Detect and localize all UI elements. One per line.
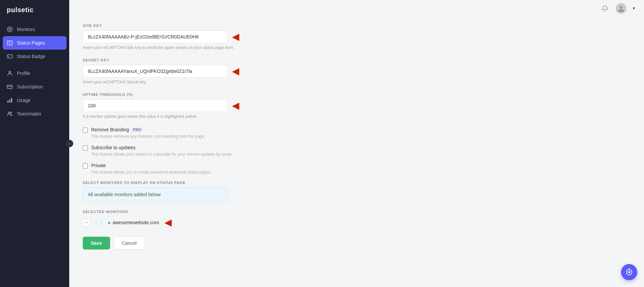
monitors-label: Monitors (17, 27, 35, 32)
svg-rect-2 (7, 41, 12, 45)
svg-rect-5 (7, 55, 12, 58)
uptime-hint: If a monitor uptime goes below this valu… (83, 114, 360, 119)
select-monitors-group: SELECT MONITORS TO DISPLAY ON STATUS PAG… (83, 181, 360, 202)
sidebar-item-usage[interactable]: Usage (0, 94, 69, 107)
remove-branding-label: Remove Branding PRO (91, 127, 143, 132)
svg-point-0 (7, 27, 12, 32)
sidebar-item-monitors[interactable]: Monitors (0, 23, 69, 36)
svg-rect-8 (7, 85, 12, 88)
private-label: Private (91, 163, 106, 168)
svg-point-6 (8, 56, 9, 57)
fab-button[interactable] (621, 264, 637, 280)
secret-key-input[interactable] (83, 65, 228, 78)
private-row: Private (83, 163, 360, 168)
select-monitors-label: SELECT MONITORS TO DISPLAY ON STATUS PAG… (83, 181, 360, 185)
teammates-icon (7, 111, 13, 117)
monitor-remove-button[interactable]: − (83, 219, 90, 226)
uptime-arrow: ◀ (232, 101, 239, 110)
sidebar-item-teammates[interactable]: Teammates (0, 107, 69, 121)
user-menu-chevron[interactable]: ▼ (632, 6, 636, 11)
svg-rect-10 (7, 101, 8, 103)
notifications-button[interactable] (599, 3, 610, 14)
site-key-arrow: ◀ (232, 32, 239, 42)
private-desc: This feature allows you to create passwo… (91, 170, 360, 175)
sidebar-collapse-button[interactable]: ‹ (66, 140, 73, 147)
main-content: ▼ SITE KEY ◀ Insert your reCAPTCHA Site … (69, 0, 644, 287)
svg-point-1 (9, 28, 11, 30)
svg-point-18 (628, 271, 630, 273)
remove-branding-row: Remove Branding PRO (83, 127, 360, 133)
subscribe-label: Subscribe to updates (91, 145, 136, 150)
svg-point-13 (8, 112, 10, 114)
sidebar-item-status-pages[interactable]: Status Pages (3, 36, 67, 50)
uptime-group: UPTIME THRESHOLD (%) ◀ If a monitor upti… (83, 93, 360, 119)
svg-point-7 (9, 71, 11, 73)
uptime-input[interactable] (83, 99, 228, 112)
secret-key-group: SECRET KEY ◀ Insert your reCAPTCHA Secre… (83, 58, 360, 84)
usage-icon (7, 97, 13, 103)
secret-key-hint: Insert your reCAPTCHA Secret key. (83, 80, 360, 84)
status-badge-icon (7, 53, 13, 59)
profile-label: Profile (17, 71, 30, 76)
secret-key-arrow: ◀ (232, 67, 239, 76)
topbar: ▼ (69, 0, 644, 17)
subscribe-desc: This feature allows your visitors to sub… (91, 152, 360, 157)
subscribe-row: Subscribe to updates (83, 145, 360, 151)
subscribe-group: Subscribe to updates This feature allows… (83, 145, 360, 157)
usage-label: Usage (17, 98, 30, 103)
remove-branding-group: Remove Branding PRO This feature removes… (83, 127, 360, 139)
svg-point-14 (10, 112, 12, 113)
sidebar: pulsetic Monitors Status Pages (0, 0, 69, 287)
profile-icon (7, 70, 13, 76)
private-group: Private This feature allows you to creat… (83, 163, 360, 175)
site-key-label: SITE KEY (83, 24, 360, 28)
monitor-drag-handle[interactable]: ⋮⋮ (94, 219, 104, 226)
monitors-dropdown[interactable]: All available monitors added below (83, 187, 228, 202)
subscribe-checkbox[interactable] (83, 146, 88, 151)
site-key-input[interactable] (83, 30, 228, 43)
monitor-row: − ⋮⋮ ● awesomewebsite.com ◀ (83, 218, 360, 227)
form-buttons: Save Cancel (83, 237, 360, 250)
app-logo: pulsetic (0, 0, 69, 20)
selected-monitors-group: SELECTED MONITORS − ⋮⋮ ● awesomewebsite.… (83, 210, 360, 227)
uptime-input-row: ◀ (83, 99, 360, 112)
monitors-icon (7, 26, 13, 32)
subscription-label: Subscription (17, 84, 43, 89)
sidebar-item-profile[interactable]: Profile (0, 67, 69, 80)
sidebar-nav: Monitors Status Pages Status Badge (0, 20, 69, 287)
selected-monitors-label: SELECTED MONITORS (83, 210, 360, 214)
svg-rect-11 (9, 99, 10, 103)
sidebar-item-status-badge[interactable]: Status Badge (0, 50, 69, 63)
save-button[interactable]: Save (83, 237, 110, 250)
remove-branding-desc: This feature removes any Pulsetic.com br… (91, 134, 360, 139)
site-key-group: SITE KEY ◀ Insert your reCAPTCHA Site ke… (83, 24, 360, 50)
subscription-icon (7, 84, 13, 90)
cancel-button[interactable]: Cancel (113, 237, 145, 250)
status-pages-label: Status Pages (17, 40, 45, 46)
secret-key-label: SECRET KEY (83, 58, 360, 62)
form-area: SITE KEY ◀ Insert your reCAPTCHA Site ke… (69, 17, 373, 263)
status-badge-label: Status Badge (17, 54, 45, 59)
secret-key-input-row: ◀ (83, 65, 360, 78)
svg-point-16 (620, 6, 622, 9)
site-key-input-row: ◀ (83, 30, 360, 43)
status-pages-icon (7, 40, 13, 46)
teammates-label: Teammates (17, 111, 41, 116)
pro-badge: PRO (131, 127, 143, 132)
private-checkbox[interactable] (83, 163, 88, 168)
site-key-hint: Insert your reCAPTCHA Site key to avoid … (83, 45, 360, 50)
monitor-arrow: ◀ (164, 218, 172, 227)
monitor-status-icon: ● (108, 220, 110, 225)
remove-branding-checkbox[interactable] (83, 128, 88, 133)
sidebar-item-subscription[interactable]: Subscription (0, 80, 69, 94)
user-avatar[interactable] (616, 3, 626, 14)
svg-rect-12 (11, 98, 12, 103)
uptime-label: UPTIME THRESHOLD (%) (83, 93, 360, 97)
monitor-name: ● awesomewebsite.com (108, 220, 159, 225)
